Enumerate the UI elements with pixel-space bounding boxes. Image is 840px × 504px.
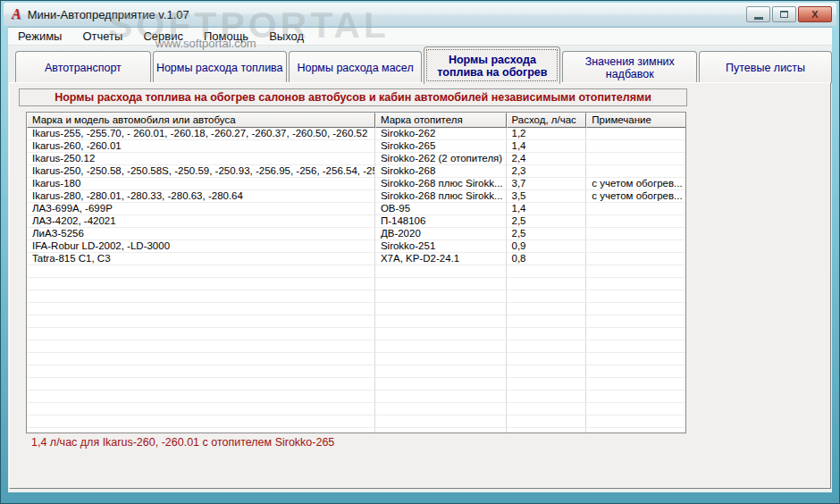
grid-cell: [375, 315, 507, 328]
table-row[interactable]: ЛиАЗ-5256ДВ-20202,5: [27, 228, 685, 240]
grid-cell: [27, 428, 375, 433]
table-row[interactable]: ЛАЗ-699А, -699РОВ-951,4: [27, 203, 685, 215]
tab-heating-fuel-norms[interactable]: Нормы расхода топлива на обогрев: [424, 46, 560, 84]
grid-cell: Sirokko-268: [375, 165, 507, 178]
tab-oil-norms[interactable]: Нормы расхода масел: [289, 51, 423, 83]
grid-cell: [375, 290, 507, 303]
table-row[interactable]: Ikarus-260, -260.01Sirokko-2651,4: [27, 140, 685, 153]
grid-cell: [586, 253, 685, 265]
menu-item-help[interactable]: Помощь: [200, 29, 252, 44]
empty-row: [27, 428, 685, 433]
grid-cell: [507, 378, 587, 391]
data-grid[interactable]: Марка и модель автомобиля или автобусаМа…: [26, 112, 686, 433]
empty-row: [27, 365, 685, 378]
grid-cell: [375, 365, 507, 378]
grid-cell: [375, 265, 507, 278]
maximize-button[interactable]: [772, 6, 796, 22]
grid-cell: [586, 240, 685, 253]
tab-label: Автотранспорт: [45, 62, 122, 74]
grid-cell: [27, 391, 375, 403]
table-row[interactable]: Ikarus-180Sirokko-268 плюс Sirokk...3,7с…: [27, 178, 685, 190]
grid-cell: [27, 353, 375, 365]
grid-cell: П-148106: [375, 215, 507, 228]
grid-cell: 1,4: [507, 140, 587, 153]
grid-cell: [586, 391, 685, 403]
window-title: Мини-Автопредприятие v.1.07: [28, 8, 189, 21]
grid-cell: [507, 303, 587, 315]
grid-cell: [586, 378, 685, 391]
minimize-button[interactable]: [746, 6, 770, 22]
grid-cell: [507, 328, 587, 340]
grid-cell: 3,7: [507, 178, 587, 190]
grid-cell: [586, 353, 685, 365]
grid-cell: [586, 290, 685, 303]
table-row[interactable]: Tatra-815 C1, C3X7A, KP-D2-24.10,8: [27, 253, 685, 265]
menu-item-modes[interactable]: Режимы: [14, 29, 65, 44]
empty-row: [27, 391, 685, 403]
grid-cell: Sirokko-268 плюс Sirokk...: [375, 190, 507, 203]
tab-waybills[interactable]: Путевые листы: [699, 51, 832, 83]
grid-cell: [586, 340, 685, 353]
empty-row: [27, 315, 685, 328]
empty-row: [27, 278, 685, 290]
grid-cell: [375, 340, 507, 353]
grid-cell: [586, 128, 685, 140]
grid-cell: ЛАЗ-699А, -699Р: [27, 203, 375, 215]
grid-cell: Sirokko-251: [375, 240, 507, 253]
grid-cell: Ikarus-255, -255.70, - 260.01, -260.18, …: [27, 128, 375, 140]
grid-cell: [375, 403, 507, 416]
maximize-icon: [780, 11, 788, 18]
grid-cell: [586, 315, 685, 328]
grid-cell: с учетом обогрев...: [586, 190, 685, 203]
grid-cell: [586, 303, 685, 315]
tab-label: Нормы расхода топлива на обогрев: [437, 54, 547, 79]
table-row[interactable]: Ikarus-250.12Sirokko-262 (2 отопителя)2,…: [27, 153, 685, 165]
empty-row: [27, 403, 685, 416]
grid-cell: [507, 391, 587, 403]
empty-row: [27, 353, 685, 365]
column-header[interactable]: Марка и модель автомобиля или автобуса: [27, 113, 375, 128]
tab-page: Нормы расхода топлива на обогрев салонов…: [9, 82, 831, 489]
table-row[interactable]: Ikarus-280, -280.01, -280.33, -280.63, -…: [27, 190, 685, 203]
table-row[interactable]: Ikarus-255, -255.70, - 260.01, -260.18, …: [27, 128, 685, 140]
grid-cell: [375, 303, 507, 315]
table-row[interactable]: Ikarus-250, -250.58, -250.58S, -250.59, …: [27, 165, 685, 178]
menu-item-exit[interactable]: Выход: [265, 29, 307, 44]
grid-cell: Ikarus-280, -280.01, -280.33, -280.63, -…: [27, 190, 375, 203]
titlebar[interactable]: A Мини-Автопредприятие v.1.07 X: [4, 3, 836, 26]
grid-cell: [586, 153, 685, 165]
grid-cell: 1,2: [507, 128, 587, 140]
tab-autotransport[interactable]: Автотранспорт: [15, 51, 151, 83]
close-button[interactable]: X: [798, 6, 832, 22]
grid-cell: 2,3: [507, 165, 587, 178]
tab-winter-allowances[interactable]: Значения зимних надбавок: [562, 51, 697, 83]
tab-label: Нормы расхода топлива: [156, 62, 283, 74]
column-header[interactable]: Марка отопителя: [375, 113, 507, 128]
client-area: РежимыОтчетыСервисПомощьВыход Автотрансп…: [8, 27, 832, 492]
grid-cell: [586, 140, 685, 153]
column-header[interactable]: Примечание: [586, 113, 685, 128]
grid-cell: Ikarus-180: [27, 178, 375, 190]
grid-cell: Ikarus-250, -250.58, -250.58S, -250.59, …: [27, 165, 375, 178]
close-icon: X: [811, 10, 818, 20]
table-row[interactable]: IFA-Robur LD-2002, -LD-3000Sirokko-2510,…: [27, 240, 685, 253]
app-icon: A: [12, 7, 21, 21]
menu-item-service[interactable]: Сервис: [139, 29, 187, 44]
grid-cell: [27, 315, 375, 328]
grid-cell: X7A, KP-D2-24.1: [375, 253, 507, 265]
grid-cell: [507, 265, 587, 278]
grid-cell: [375, 328, 507, 340]
window-controls: X: [746, 6, 832, 22]
grid-cell: [27, 328, 375, 340]
grid-cell: [507, 365, 587, 378]
tab-fuel-norms[interactable]: Нормы расхода топлива: [153, 51, 287, 83]
grid-cell: Sirokko-268 плюс Sirokk...: [375, 178, 507, 190]
table-row[interactable]: ЛАЗ-4202, -42021П-1481062,5: [27, 215, 685, 228]
menu-item-reports[interactable]: Отчеты: [79, 29, 126, 44]
column-header[interactable]: Расход, л/час: [507, 113, 587, 128]
grid-cell: [586, 328, 685, 340]
page-banner: Нормы расхода топлива на обогрев салонов…: [19, 88, 687, 106]
grid-cell: [375, 428, 507, 433]
grid-header-row: Марка и модель автомобиля или автобусаМа…: [27, 113, 685, 128]
empty-row: [27, 378, 685, 391]
